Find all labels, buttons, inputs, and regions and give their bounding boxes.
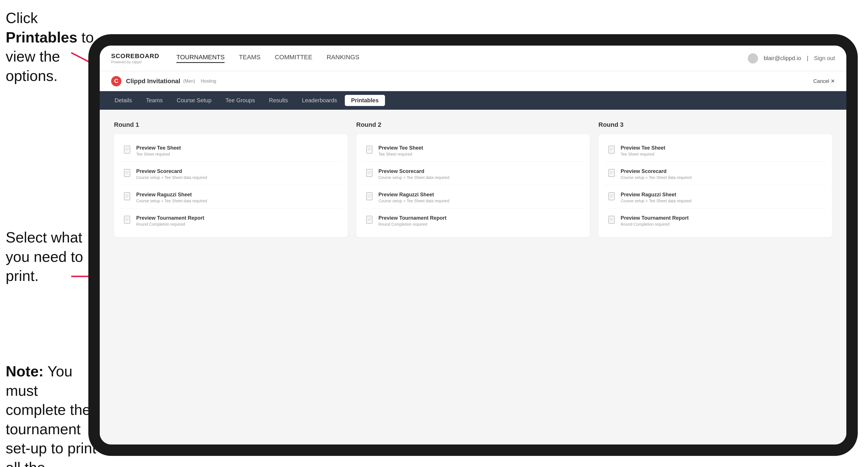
print-card-r2-c3[interactable]: Preview Raguzzi SheetCourse setup + Tee … [362,187,584,209]
print-card-content-r3-c3: Preview Raguzzi SheetCourse setup + Tee … [621,192,691,203]
print-card-title-r3-c2: Preview Scorecard [621,168,691,175]
print-card-title-r2-c4: Preview Tournament Report [378,215,446,221]
svg-rect-24 [367,169,372,177]
document-icon [366,216,374,225]
svg-rect-36 [609,146,614,153]
tablet-device: SCOREBOARD Powered by clippd TOURNAMENTS… [88,34,858,456]
tab-teams[interactable]: Teams [140,95,169,106]
print-card-sub-r1-c1: Tee Sheet required [136,152,181,156]
svg-rect-20 [367,146,372,153]
print-card-title-r2-c3: Preview Raguzzi Sheet [378,192,449,198]
rounds-grid: Round 1 Preview Tee SheetTee Sheet requi… [114,121,832,237]
sub-nav: Details Teams Course Setup Tee Groups Re… [100,91,846,110]
printables-bold: Printables [6,29,77,45]
tournament-status: Hosting [200,79,216,84]
document-icon [608,169,616,178]
separator: | [807,55,808,62]
round-column-1: Round 1 Preview Tee SheetTee Sheet requi… [114,121,348,237]
round-cards-3: Preview Tee SheetTee Sheet required Prev… [598,134,832,237]
print-card-sub-r2-c3: Course setup + Tee Sheet data required [378,198,449,203]
logo-sub: Powered by clippd [111,60,159,64]
nav-tournaments[interactable]: TOURNAMENTS [176,54,225,63]
print-card-title-r1-c1: Preview Tee Sheet [136,145,181,151]
nav-rankings[interactable]: RANKINGS [327,54,359,63]
round-column-2: Round 2 Preview Tee SheetTee Sheet requi… [356,121,590,237]
round-cards-2: Preview Tee SheetTee Sheet required Prev… [356,134,590,237]
print-card-content-r2-c4: Preview Tournament ReportRound Completio… [378,215,446,226]
document-icon [608,192,616,201]
sign-out-link[interactable]: Sign out [814,55,835,62]
print-card-title-r1-c2: Preview Scorecard [136,168,207,175]
print-card-r2-c2[interactable]: Preview ScorecardCourse setup + Tee Shee… [362,163,584,185]
print-card-sub-r1-c2: Course setup + Tee Sheet data required [136,175,207,180]
print-card-r3-c4[interactable]: Preview Tournament ReportRound Completio… [604,210,827,232]
print-card-content-r1-c4: Preview Tournament ReportRound Completio… [136,215,204,226]
print-card-content-r3-c2: Preview ScorecardCourse setup + Tee Shee… [621,168,691,180]
tournament-name: Clippd Invitational [126,77,180,85]
print-card-content-r1-c2: Preview ScorecardCourse setup + Tee Shee… [136,168,207,180]
print-card-r1-c4[interactable]: Preview Tournament ReportRound Completio… [120,210,342,232]
document-icon [366,169,374,178]
print-card-content-r1-c3: Preview Raguzzi SheetCourse setup + Tee … [136,192,207,203]
print-card-content-r2-c1: Preview Tee SheetTee Sheet required [378,145,423,156]
svg-rect-40 [609,169,614,177]
svg-rect-16 [124,216,130,223]
print-card-content-r1-c1: Preview Tee SheetTee Sheet required [136,145,181,156]
round-title-2: Round 2 [356,121,590,128]
print-card-content-r3-c1: Preview Tee SheetTee Sheet required [621,145,665,156]
content-area: Round 1 Preview Tee SheetTee Sheet requi… [100,110,846,444]
svg-rect-44 [609,193,614,200]
tab-printables[interactable]: Printables [345,95,385,106]
print-card-title-r1-c3: Preview Raguzzi Sheet [136,192,207,198]
nav-teams[interactable]: TEAMS [239,54,260,63]
print-card-r1-c2[interactable]: Preview ScorecardCourse setup + Tee Shee… [120,163,342,185]
print-card-content-r2-c3: Preview Raguzzi SheetCourse setup + Tee … [378,192,449,203]
scoreboard-logo: SCOREBOARD Powered by clippd [111,53,159,64]
nav-committee[interactable]: COMMITTEE [275,54,312,63]
print-card-title-r2-c2: Preview Scorecard [378,168,449,175]
document-icon [124,216,132,225]
print-card-sub-r1-c4: Round Completion required [136,222,204,226]
print-card-r1-c1[interactable]: Preview Tee SheetTee Sheet required [120,140,342,162]
print-card-sub-r3-c3: Course setup + Tee Sheet data required [621,198,691,203]
print-card-sub-r2-c2: Course setup + Tee Sheet data required [378,175,449,180]
round-cards-1: Preview Tee SheetTee Sheet required Prev… [114,134,348,237]
note-bold: Note: [6,363,43,379]
tab-tee-groups[interactable]: Tee Groups [219,95,261,106]
print-card-title-r1-c4: Preview Tournament Report [136,215,204,221]
print-card-sub-r2-c4: Round Completion required [378,222,446,226]
print-card-content-r2-c2: Preview ScorecardCourse setup + Tee Shee… [378,168,449,180]
print-card-r2-c1[interactable]: Preview Tee SheetTee Sheet required [362,140,584,162]
nav-links: TOURNAMENTS TEAMS COMMITTEE RANKINGS [176,54,748,63]
tablet-screen: SCOREBOARD Powered by clippd TOURNAMENTS… [100,45,846,444]
print-card-sub-r3-c2: Course setup + Tee Sheet data required [621,175,691,180]
print-card-r3-c2[interactable]: Preview ScorecardCourse setup + Tee Shee… [604,163,827,185]
print-card-title-r3-c1: Preview Tee Sheet [621,145,665,151]
tab-leaderboards[interactable]: Leaderboards [296,95,343,106]
cancel-button[interactable]: Cancel ✕ [813,78,835,84]
user-avatar [748,53,758,64]
print-card-sub-r1-c3: Course setup + Tee Sheet data required [136,198,207,203]
document-icon [124,192,132,201]
logo-title: SCOREBOARD [111,53,159,60]
tab-course-setup[interactable]: Course Setup [170,95,218,106]
print-card-sub-r2-c1: Tee Sheet required [378,152,423,156]
svg-rect-48 [609,216,614,223]
document-icon [124,146,132,155]
round-title-1: Round 1 [114,121,348,128]
tab-details[interactable]: Details [108,95,138,106]
print-card-content-r3-c4: Preview Tournament ReportRound Completio… [621,215,689,226]
print-card-title-r3-c3: Preview Raguzzi Sheet [621,192,691,198]
round-title-3: Round 3 [598,121,832,128]
print-card-r1-c3[interactable]: Preview Raguzzi SheetCourse setup + Tee … [120,187,342,209]
document-icon [366,192,374,201]
print-card-r3-c3[interactable]: Preview Raguzzi SheetCourse setup + Tee … [604,187,827,209]
print-card-r2-c4[interactable]: Preview Tournament ReportRound Completio… [362,210,584,232]
print-card-r3-c1[interactable]: Preview Tee SheetTee Sheet required [604,140,827,162]
tournament-badge: (Men) [183,79,195,84]
tab-results[interactable]: Results [263,95,294,106]
document-icon [608,216,616,225]
svg-rect-32 [367,216,372,223]
svg-rect-4 [124,146,130,153]
top-nav: SCOREBOARD Powered by clippd TOURNAMENTS… [100,45,846,71]
